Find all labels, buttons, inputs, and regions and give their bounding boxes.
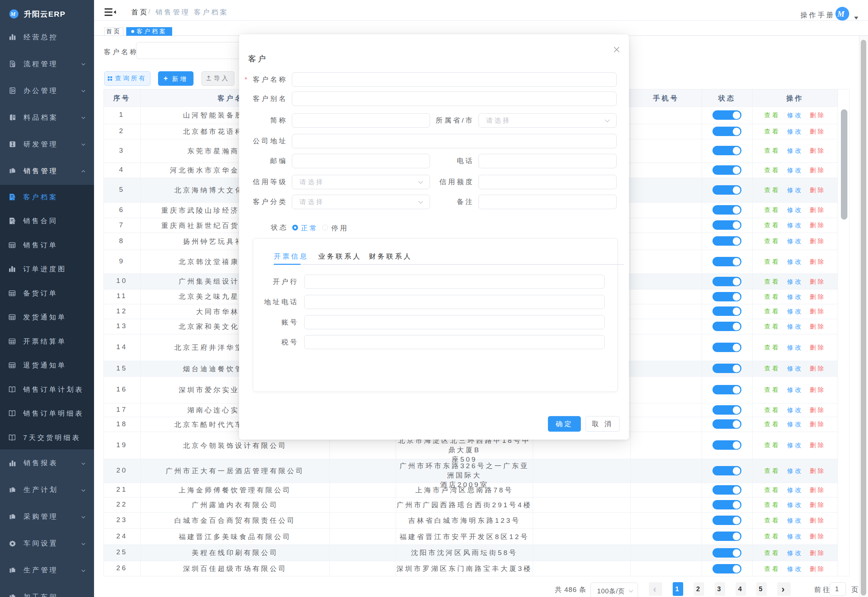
svg-text:M: M [10, 11, 17, 17]
svg-text:M: M [837, 9, 847, 18]
